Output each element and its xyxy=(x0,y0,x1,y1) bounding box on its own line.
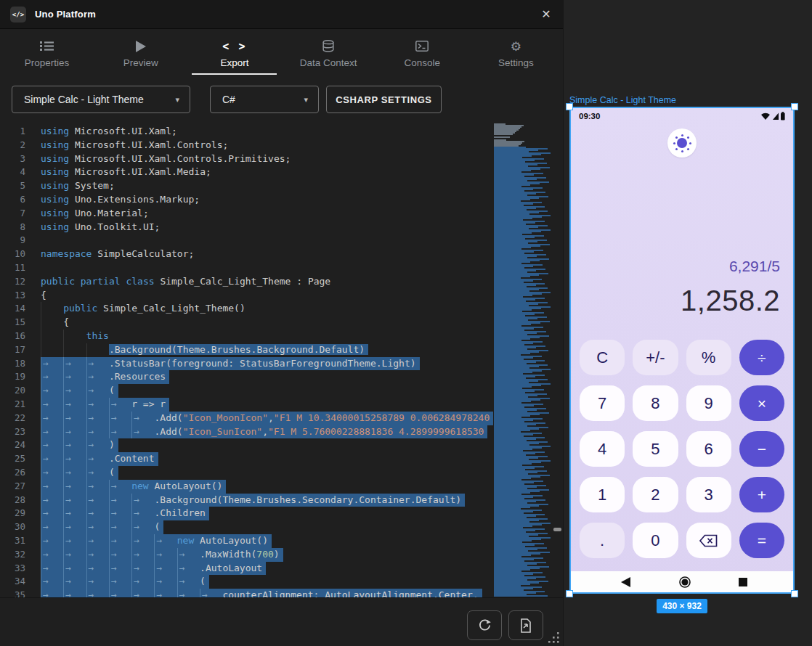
code-line-1[interactable]: 1using Microsoft.UI.Xaml; xyxy=(0,125,494,139)
key-backspace[interactable] xyxy=(686,523,731,558)
tab-bar: PropertiesPreview< >ExportData ContextCo… xyxy=(0,29,563,75)
code-line-25[interactable]: 25.Content xyxy=(0,452,494,466)
language-select[interactable]: C# ▾ xyxy=(210,86,319,113)
cellular-icon xyxy=(773,113,779,120)
code-line-24[interactable]: 24) xyxy=(0,438,494,452)
code-line-34[interactable]: 34( xyxy=(0,575,494,589)
line-number: 34 xyxy=(0,575,41,589)
code-line-33[interactable]: 33.AutoLayout xyxy=(0,562,494,576)
tab-label: Data Context xyxy=(300,57,357,68)
refresh-button[interactable] xyxy=(467,610,502,640)
export-file-button[interactable] xyxy=(508,610,543,640)
code-editor[interactable]: 1using Microsoft.UI.Xaml;2using Microsof… xyxy=(0,122,563,597)
resize-handle-bottom-right[interactable] xyxy=(791,590,798,597)
key-−[interactable]: − xyxy=(739,431,784,467)
key-2[interactable]: 2 xyxy=(633,477,678,512)
code-line-19[interactable]: 19.Resources xyxy=(0,370,494,384)
key-8[interactable]: 8 xyxy=(633,385,678,421)
code-line-9[interactable]: 9 xyxy=(0,234,494,248)
tab-label: Export xyxy=(220,57,248,68)
tab-console[interactable]: Console xyxy=(375,29,469,75)
battery-icon xyxy=(781,112,785,120)
phone-preview[interactable]: 09:30 6,291/5 1,258.2 C+/-%÷ xyxy=(569,107,795,594)
code-line-13[interactable]: 13{ xyxy=(0,289,494,303)
key-7[interactable]: 7 xyxy=(580,385,625,421)
gear-icon: ⚙ xyxy=(511,39,521,54)
code-line-4[interactable]: 4using Microsoft.UI.Xaml.Media; xyxy=(0,165,494,179)
code-line-22[interactable]: 22.Add("Icon_MoonIcon","F1 M 10.34000015… xyxy=(0,412,494,425)
theme-toggle-button[interactable] xyxy=(667,128,697,158)
code-line-14[interactable]: 14public Simple_Calc_Light_Theme() xyxy=(0,302,494,316)
minimap[interactable] xyxy=(494,122,552,597)
key-4[interactable]: 4 xyxy=(580,431,625,467)
line-number: 3 xyxy=(0,152,41,166)
key-÷[interactable]: ÷ xyxy=(739,340,784,375)
code-line-26[interactable]: 26( xyxy=(0,466,494,480)
code-line-31[interactable]: 31new AutoLayout() xyxy=(0,534,494,548)
code-line-35[interactable]: 35counterAlignment: AutoLayoutAlignment.… xyxy=(0,589,494,597)
tab-preview[interactable]: Preview xyxy=(94,29,187,75)
code-line-10[interactable]: 10namespace SimpleCalculator; xyxy=(0,248,494,261)
resize-handle-bottom-left[interactable] xyxy=(566,590,573,597)
code-line-7[interactable]: 7using Uno.Material; xyxy=(0,207,494,221)
resize-grip[interactable] xyxy=(548,632,560,644)
code-line-18[interactable]: 18.StatusBar(foreground: StatusBarForegr… xyxy=(0,357,494,371)
key-0[interactable]: 0 xyxy=(633,523,678,558)
code-line-27[interactable]: 27new AutoLayout() xyxy=(0,480,494,494)
key-9[interactable]: 9 xyxy=(686,385,731,421)
key-1[interactable]: 1 xyxy=(580,477,625,512)
code-line-17[interactable]: 17.Background(Theme.Brushes.Background.D… xyxy=(0,343,494,357)
code-line-32[interactable]: 32.MaxWidth(700) xyxy=(0,548,494,562)
csharp-settings-button[interactable]: CSHARP SETTINGS xyxy=(326,86,442,113)
code-line-5[interactable]: 5using System; xyxy=(0,179,494,193)
preview-page-label[interactable]: Simple Calc - Light Theme xyxy=(569,95,676,105)
code-line-3[interactable]: 3using Microsoft.UI.Xaml.Controls.Primit… xyxy=(0,152,494,166)
code-line-16[interactable]: 16this xyxy=(0,330,494,343)
close-icon[interactable]: ✕ xyxy=(537,5,556,24)
export-file-icon xyxy=(519,618,532,633)
key-+[interactable]: + xyxy=(739,477,784,512)
code-line-30[interactable]: 30( xyxy=(0,520,494,534)
code-line-29[interactable]: 29.Children xyxy=(0,507,494,520)
component-select[interactable]: Simple Calc - Light Theme ▾ xyxy=(12,86,190,113)
key-C[interactable]: C xyxy=(580,340,625,375)
key-.[interactable]: . xyxy=(580,523,625,558)
tab-settings[interactable]: ⚙Settings xyxy=(469,29,563,75)
code-line-11[interactable]: 11 xyxy=(0,261,494,275)
line-number: 5 xyxy=(0,179,41,193)
code-line-23[interactable]: 23.Add("Icon_SunIcon","F1 M 5.7600022888… xyxy=(0,425,494,439)
code-line-12[interactable]: 12public partial class Simple_Calc_Light… xyxy=(0,275,494,289)
code-line-6[interactable]: 6using Uno.Extensions.Markup; xyxy=(0,193,494,207)
line-number: 14 xyxy=(0,302,41,316)
uno-logo-icon: </> xyxy=(10,7,26,23)
key-×[interactable]: × xyxy=(739,385,784,421)
key-=[interactable]: = xyxy=(739,523,784,558)
resize-handle-top-left[interactable] xyxy=(566,103,573,110)
line-number: 25 xyxy=(0,452,41,466)
scrollbar-thumb[interactable] xyxy=(553,528,561,531)
resize-handle-top-right[interactable] xyxy=(791,103,798,110)
code-line-21[interactable]: 21r => r xyxy=(0,398,494,412)
preview-canvas[interactable]: Simple Calc - Light Theme 09:30 xyxy=(563,0,812,646)
key-%[interactable]: % xyxy=(686,340,731,375)
tab-properties[interactable]: Properties xyxy=(0,29,94,75)
line-number: 11 xyxy=(0,261,41,275)
line-number: 15 xyxy=(0,316,41,330)
language-select-value: C# xyxy=(222,94,235,105)
tab-data-context[interactable]: Data Context xyxy=(281,29,375,75)
code-line-20[interactable]: 20( xyxy=(0,384,494,398)
scrollbar[interactable] xyxy=(552,122,563,597)
code-line-2[interactable]: 2using Microsoft.UI.Xaml.Controls; xyxy=(0,139,494,152)
home-icon[interactable] xyxy=(679,576,691,588)
key-6[interactable]: 6 xyxy=(686,431,731,467)
key-3[interactable]: 3 xyxy=(686,477,731,512)
tab-export[interactable]: < >Export xyxy=(187,29,281,75)
code-line-28[interactable]: 28.Background(Theme.Brushes.Secondary.Co… xyxy=(0,494,494,507)
back-icon[interactable] xyxy=(621,577,630,587)
recents-icon[interactable] xyxy=(739,578,747,586)
key-5[interactable]: 5 xyxy=(633,431,678,467)
key-+/-[interactable]: +/- xyxy=(633,340,678,375)
code-line-15[interactable]: 15{ xyxy=(0,316,494,330)
code-line-8[interactable]: 8using Uno.Toolkit.UI; xyxy=(0,221,494,234)
code-lines[interactable]: 1using Microsoft.UI.Xaml;2using Microsof… xyxy=(0,122,494,597)
